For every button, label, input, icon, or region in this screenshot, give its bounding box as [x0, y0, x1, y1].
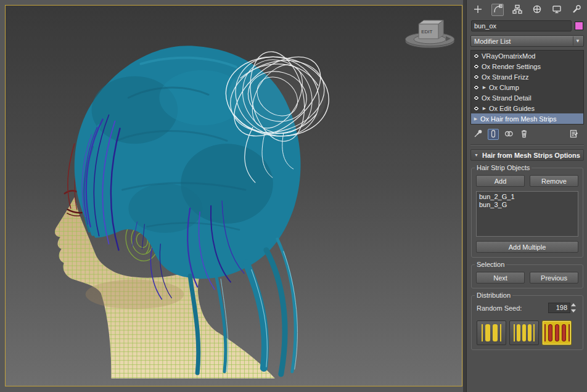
modifier-stack: VRayOrnatrixMod Ox Render Settings Ox St…	[470, 50, 584, 125]
display-icon	[552, 4, 562, 15]
group-label: Selection	[475, 261, 506, 268]
chevron-down-icon[interactable]: ▼	[573, 36, 582, 46]
modifier-label: VRayOrnatrixMod	[482, 52, 535, 60]
list-item[interactable]: bun_3_G	[479, 201, 575, 209]
distribution-mode-2-icon	[514, 324, 535, 341]
make-unique-button[interactable]	[503, 129, 514, 140]
modify-icon	[493, 4, 503, 15]
rollout-collapse-icon[interactable]: ▼	[474, 153, 479, 157]
add-multiple-button[interactable]: Add Multiple	[476, 241, 578, 253]
distribution-mode-1-icon	[482, 324, 501, 341]
spinner-up-icon[interactable]	[571, 303, 576, 306]
viewport-scene: EDIT	[6, 6, 462, 386]
modifier-label: Ox Clump	[489, 84, 519, 91]
object-name-row: bun_ox	[471, 20, 583, 31]
stack-row[interactable]: ▶ Ox Edit Guides	[471, 103, 583, 113]
configure-modifier-sets-button[interactable]	[569, 129, 580, 140]
group-label: Hair Strip Objects	[475, 164, 532, 171]
tab-create[interactable]	[472, 4, 484, 16]
distribution-mode-3-icon	[544, 324, 570, 341]
add-button[interactable]: Add	[476, 175, 525, 187]
distribution-mode-1-button[interactable]	[477, 321, 506, 345]
stack-row[interactable]: Ox Strand Frizz	[471, 71, 583, 82]
modifier-label: Ox Hair from Mesh Strips	[480, 115, 556, 123]
tab-hierarchy[interactable]	[511, 4, 523, 16]
rollout-title: Hair from Mesh Strips Options	[482, 152, 580, 159]
show-end-result-icon	[488, 129, 498, 140]
tab-display[interactable]	[551, 4, 563, 16]
expand-arrow-icon[interactable]: ▶	[473, 116, 478, 121]
group-distribution: Distribution Random Seed: 198	[471, 295, 583, 350]
distribution-mode-2-button[interactable]	[509, 321, 539, 345]
rollout-header-hair-from-mesh-strips[interactable]: ▼ Hair from Mesh Strips Options	[470, 149, 584, 161]
visibility-eye-icon[interactable]	[473, 63, 480, 70]
tab-motion[interactable]	[531, 4, 543, 16]
visibility-eye-icon[interactable]	[473, 95, 480, 101]
stack-row[interactable]: Ox Strand Detail	[471, 92, 583, 103]
list-item[interactable]: bun_2_G_1	[479, 193, 575, 201]
pin-icon	[473, 129, 483, 140]
stack-toolbar	[470, 125, 584, 144]
group-hair-strip-objects: Hair Strip Objects Add Remove bun_2_G_1 …	[471, 168, 583, 258]
distribution-mode-buttons	[476, 321, 578, 345]
trash-icon	[519, 129, 529, 140]
remove-button[interactable]: Remove	[530, 175, 578, 187]
modifier-label: Ox Edit Guides	[489, 105, 535, 112]
visibility-eye-icon[interactable]	[473, 84, 480, 91]
perspective-viewport[interactable]: EDIT	[5, 5, 462, 386]
spinner-arrows[interactable]	[571, 303, 578, 313]
hair-strip-objects-list[interactable]: bun_2_G_1 bun_3_G	[476, 191, 578, 237]
gizmo-label: EDIT	[421, 29, 432, 35]
remove-modifier-button[interactable]	[519, 129, 530, 140]
modifier-label: Ox Render Settings	[482, 63, 541, 70]
previous-button[interactable]: Previous	[530, 272, 578, 284]
visibility-eye-icon[interactable]	[473, 105, 480, 112]
distribution-mode-3-button[interactable]	[542, 321, 572, 345]
object-name-field[interactable]: bun_ox	[471, 20, 572, 31]
hierarchy-icon	[512, 4, 522, 15]
stack-row[interactable]: ▶ Ox Clump	[471, 82, 583, 92]
tab-utilities[interactable]	[570, 4, 583, 16]
visibility-eye-icon[interactable]	[473, 53, 480, 59]
expand-arrow-icon[interactable]: ▶	[482, 106, 487, 111]
random-seed-value[interactable]: 198	[548, 303, 570, 313]
pin-stack-button[interactable]	[472, 129, 483, 140]
show-end-result-button[interactable]	[488, 129, 499, 140]
expand-arrow-icon[interactable]: ▶	[482, 85, 487, 90]
group-selection: Selection Next Previous	[471, 264, 583, 288]
random-seed-spinner[interactable]: 198	[548, 303, 578, 313]
make-unique-icon	[504, 129, 514, 140]
command-panel-tabs	[470, 2, 584, 18]
stack-row[interactable]: VRayOrnatrixMod	[471, 51, 583, 61]
group-label: Distribution	[475, 292, 512, 299]
spinner-down-icon[interactable]	[571, 309, 576, 312]
command-panel: bun_ox Modifier List ▼ VRayOrnatrixMod O…	[466, 0, 587, 392]
configure-sets-icon	[569, 129, 579, 140]
object-color-swatch[interactable]	[575, 22, 583, 30]
stack-row-selected[interactable]: ▶ Ox Hair from Mesh Strips	[471, 113, 583, 124]
visibility-eye-icon[interactable]	[473, 74, 480, 80]
modifier-list-dropdown[interactable]: Modifier List ▼	[470, 35, 584, 47]
random-seed-label: Random Seed:	[477, 304, 522, 312]
create-icon	[473, 4, 483, 15]
modifier-label: Ox Strand Frizz	[482, 73, 528, 81]
stack-row[interactable]: Ox Render Settings	[471, 61, 583, 71]
motion-icon	[532, 4, 542, 15]
next-button[interactable]: Next	[476, 272, 525, 284]
tab-modify[interactable]	[491, 4, 504, 16]
modifier-list-label: Modifier List	[474, 38, 511, 45]
utilities-icon	[572, 4, 581, 15]
panel-separator	[470, 144, 584, 145]
modifier-label: Ox Strand Detail	[482, 94, 532, 102]
